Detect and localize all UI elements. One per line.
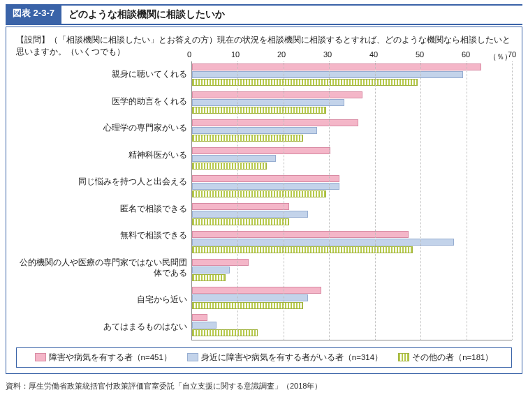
bar-rows [192,61,512,340]
bar-series-1 [192,203,289,210]
legend-item-1: 障害や病気を有する者（n=451） [35,352,172,363]
bar-series-3 [192,274,226,281]
x-tick-label: 0 [187,50,191,59]
bar-series-3 [192,302,303,309]
swatch-icon [187,353,198,361]
bar-series-1 [192,259,249,266]
category-label: 公的機関の人や医療の専門家ではない民間団体である [16,257,187,278]
bar-series-3 [192,190,326,197]
bar-series-2 [192,155,276,162]
category-label: あてはまるものはない [16,322,187,332]
bar-series-1 [192,63,481,70]
bar-series-2 [192,99,344,106]
bar-series-1 [192,287,321,294]
bar-series-2 [192,239,454,246]
grid-area: 010203040506070 [191,61,512,340]
category-label: 親身に聴いてくれる [16,69,187,80]
bar-series-3 [192,79,418,86]
bar-series-3 [192,329,258,336]
bar-group [192,259,512,281]
x-tick-label: 20 [277,50,286,59]
chart-frame: 【設問】（「相談機関に相談したい」とお答えの方）現在の状況を相談機関に相談すると… [6,27,522,374]
category-label: 同じ悩みを持つ人と出会える [16,177,187,187]
legend: 障害や病気を有する者（n=451） 身近に障害や病気を有する者がいる者（n=31… [16,347,512,368]
swatch-icon [398,353,409,361]
bar-series-2 [192,127,317,134]
x-tick-label: 40 [369,50,378,59]
chart-number-badge: 図表 2-3-7 [6,4,61,25]
bar-series-3 [192,135,303,142]
bar-group [192,119,512,142]
bar-series-1 [192,119,358,126]
bar-group [192,91,512,114]
category-label: 無料で相談できる [16,230,187,241]
bar-series-2 [192,71,463,78]
bar-series-3 [192,163,267,170]
bar-series-2 [192,294,308,301]
chart-header: 図表 2-3-7 どのような相談機関に相談したいか [6,4,522,25]
bar-series-1 [192,147,330,154]
legend-label-3: その他の者（n=181） [412,353,493,361]
swatch-icon [35,353,46,361]
bar-series-2 [192,267,230,273]
x-tick-label: 10 [231,50,240,59]
y-axis-labels: 親身に聴いてくれる医学的助言をくれる心理学の専門家がいる精神科医がいる同じ悩みを… [16,61,191,340]
bar-group [192,63,512,86]
category-label: 精神科医がいる [16,150,187,160]
bar-group [192,147,512,170]
category-label: 匿名で相談できる [16,204,187,214]
x-tick-label: 60 [462,50,470,59]
category-label: 自宅から近い [16,294,187,305]
category-label: 心理学の専門家がいる [16,123,187,133]
bar-group [192,314,512,336]
bar-series-2 [192,322,217,329]
bar-group [192,287,512,309]
bar-group [192,203,512,225]
bar-group [192,231,512,253]
question-lead: 【設問】（「相談機関に相談したい」とお答えの方）現在の状況を相談機関に相談すると… [16,36,511,56]
source-citation: 資料：厚生労働省政策統括官付政策評価官室委託「自立支援に関する意識調査」（201… [6,381,522,391]
bar-series-2 [192,211,308,218]
bar-series-1 [192,91,362,98]
bar-series-1 [192,314,207,321]
question-text: 【設問】（「相談機関に相談したい」とお答えの方）現在の状況を相談機関に相談すると… [16,34,512,59]
legend-label-2: 身近に障害や病気を有する者がいる者（n=314） [201,353,383,361]
bar-series-1 [192,231,409,238]
bar-series-1 [192,175,339,182]
x-tick-label: 50 [416,50,424,59]
x-tick-label: 70 [508,50,516,59]
chart-title: どのような相談機関に相談したいか [61,4,522,25]
bar-group [192,175,512,197]
bar-series-3 [192,107,326,114]
legend-item-3: その他の者（n=181） [398,352,493,363]
bar-series-3 [192,246,413,253]
legend-label-1: 障害や病気を有する者（n=451） [49,353,172,361]
bar-series-2 [192,183,339,190]
legend-item-2: 身近に障害や病気を有する者がいる者（n=314） [187,352,383,363]
bar-series-3 [192,218,289,225]
x-tick-label: 30 [323,50,332,59]
plot-area: （％） 親身に聴いてくれる医学的助言をくれる心理学の専門家がいる精神科医がいる同… [16,61,512,340]
category-label: 医学的助言をくれる [16,96,187,107]
